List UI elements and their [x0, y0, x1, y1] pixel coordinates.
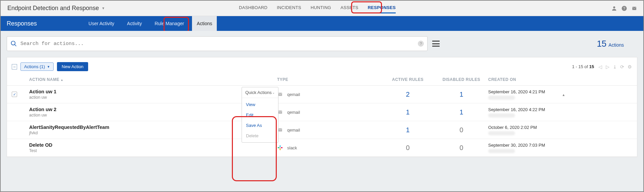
quick-action-view[interactable]: View [242, 99, 278, 110]
user-icon[interactable] [611, 5, 617, 11]
page-info: 1 - 15 of 15 ◁ ▷ ⤓ ⟳ ⚙ [572, 64, 632, 69]
nav-hunting[interactable]: HUNTING [311, 3, 331, 13]
svg-rect-3 [632, 7, 636, 10]
content-area: ? 15 Actions – Actions (1) ▼ New Action … [1, 31, 643, 191]
row-created: September 30, 2020 7:03 PM [488, 143, 562, 153]
table-row[interactable]: ✓Action uw 1action uwqemail21September 1… [7, 86, 637, 103]
quick-actions-toggle[interactable]: Quick Actions⌄ [242, 87, 278, 98]
row-disabled-rules[interactable]: 1 [435, 91, 488, 98]
count-number: 15 [597, 39, 606, 49]
row-subtitle: jfvkd [29, 131, 277, 135]
collapse-all-toggle[interactable]: – [12, 64, 17, 69]
row-active-rules: 0 [381, 144, 435, 152]
row-created: September 16, 2020 4:21 PM [488, 89, 562, 100]
tab-actions[interactable]: Actions [192, 16, 217, 31]
row-created: September 16, 2020 4:22 PM [488, 107, 562, 117]
row-title: AlertSanityRequestedByAlertTeam [29, 125, 277, 130]
table-row[interactable]: AlertSanityRequestedByAlertTeamjfvkdqema… [7, 121, 637, 139]
help-icon[interactable]: ? [621, 5, 627, 11]
row-type: slack [277, 145, 381, 151]
quick-action-delete: Delete [242, 131, 278, 141]
svg-point-4 [11, 41, 15, 45]
search-help-icon[interactable]: ? [418, 41, 424, 47]
table-header: ACTION NAME TYPE ACTIVE RULES DISABLED R… [7, 75, 637, 86]
new-action-button[interactable]: New Action [57, 62, 88, 71]
row-title: Action uw 1 [29, 89, 277, 94]
row-type: qemail [277, 110, 381, 115]
settings-gear-icon[interactable]: ⚙ [627, 64, 632, 69]
result-count: 15 Actions [597, 39, 624, 49]
row-disabled-rules: 0 [435, 126, 488, 134]
col-active-rules[interactable]: ACTIVE RULES [381, 77, 435, 82]
row-checkbox[interactable]: ✓ [12, 92, 17, 97]
count-label: Actions [608, 42, 624, 48]
actions-panel: – Actions (1) ▼ New Action 1 - 15 of 15 … [7, 57, 637, 157]
tab-user-activity[interactable]: User Activity [84, 16, 119, 31]
caret-down-icon: ▼ [47, 65, 50, 68]
col-type[interactable]: TYPE [277, 77, 381, 82]
svg-rect-10 [278, 147, 280, 148]
pager-icons: ◁ ▷ ⤓ ⟳ ⚙ [597, 64, 632, 69]
quick-actions-dropdown[interactable]: Quick Actions⌄ViewEditSave AsDelete [242, 87, 278, 143]
row-subtitle: action uw [29, 95, 277, 100]
row-type: qemail [277, 128, 381, 133]
tab-rule-manager[interactable]: Rule Manager [150, 16, 189, 31]
panel-toolbar: – Actions (1) ▼ New Action 1 - 15 of 15 … [7, 62, 637, 75]
scroll-up-icon[interactable]: ▲ [562, 93, 565, 97]
sub-tabs: User ActivityActivityRule ManagerActions [84, 16, 217, 31]
col-created-on[interactable]: CREATED ON [488, 77, 562, 82]
row-disabled-rules[interactable]: 1 [435, 108, 488, 116]
app-title[interactable]: Endpoint Detection and Response ▼ [7, 5, 105, 12]
section-title: Responses [7, 20, 37, 27]
svg-rect-11 [280, 148, 281, 150]
search-box[interactable]: ? [7, 36, 428, 51]
quick-action-edit[interactable]: Edit [242, 110, 278, 120]
nav-responses[interactable]: RESPONSES [368, 3, 396, 13]
row-title: Delete OD [29, 142, 277, 148]
svg-rect-7 [278, 110, 282, 113]
row-active-rules[interactable]: 1 [381, 108, 435, 116]
row-active-rules[interactable]: 1 [381, 126, 435, 134]
svg-rect-6 [278, 93, 282, 96]
chevron-down-icon: ⌄ [272, 91, 275, 94]
svg-rect-9 [280, 145, 281, 147]
nav-dashboard[interactable]: DASHBOARD [239, 3, 267, 13]
app-title-text: Endpoint Detection and Response [7, 5, 99, 12]
caret-down-icon: ▼ [102, 6, 105, 10]
tab-activity[interactable]: Activity [122, 16, 146, 31]
row-created: October 6, 2020 2:02 PM [488, 125, 562, 135]
main-nav: DASHBOARDINCIDENTSHUNTINGASSETSRESPONSES [239, 3, 396, 13]
svg-rect-12 [281, 147, 283, 148]
table-row[interactable]: Action uw 2action uwqemail11September 16… [7, 103, 637, 121]
svg-rect-8 [278, 128, 282, 131]
bulk-actions-chip[interactable]: Actions (1) ▼ [20, 62, 54, 71]
col-disabled-rules[interactable]: DISABLED RULES [435, 77, 488, 82]
refresh-icon[interactable]: ⟳ [620, 64, 625, 69]
topbar-icons: ? [611, 5, 637, 11]
table-body: ✓Action uw 1action uwqemail21September 1… [7, 86, 637, 157]
svg-text:?: ? [623, 6, 625, 10]
nav-incidents[interactable]: INCIDENTS [277, 3, 301, 13]
prev-page-icon[interactable]: ◁ [597, 64, 603, 69]
nav-assets[interactable]: ASSETS [340, 3, 358, 13]
search-input[interactable] [20, 41, 414, 47]
search-row: ? 15 Actions [7, 36, 637, 51]
quick-action-save-as[interactable]: Save As [242, 120, 278, 131]
svg-line-5 [15, 45, 16, 46]
col-action-name[interactable]: ACTION NAME [29, 77, 277, 82]
page-range: 1 - 15 of 15 [572, 64, 594, 69]
row-subtitle: action uw [29, 113, 277, 117]
mail-icon[interactable] [631, 5, 637, 11]
table-row[interactable]: Delete ODTestslack00September 30, 2020 7… [7, 139, 637, 157]
download-icon[interactable]: ⤓ [612, 64, 618, 69]
row-disabled-rules: 0 [435, 144, 488, 152]
row-active-rules[interactable]: 2 [381, 91, 435, 98]
svg-point-0 [613, 6, 615, 8]
top-bar: Endpoint Detection and Response ▼ DASHBO… [1, 1, 643, 16]
search-icon [10, 40, 17, 47]
bulk-actions-label: Actions (1) [24, 64, 45, 69]
next-page-icon[interactable]: ▷ [605, 64, 610, 69]
row-type: qemail [277, 92, 381, 97]
row-subtitle: Test [29, 148, 277, 153]
list-view-icon[interactable] [432, 41, 440, 47]
